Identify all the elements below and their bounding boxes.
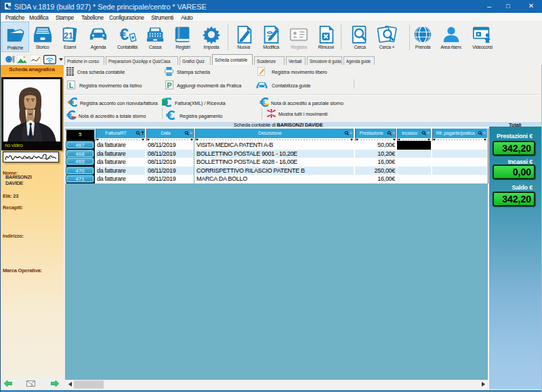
svg-text:P: P [167, 81, 171, 89]
svg-text:€: € [120, 25, 129, 43]
svg-text:21: 21 [64, 31, 73, 41]
svg-text:L: L [69, 81, 74, 89]
